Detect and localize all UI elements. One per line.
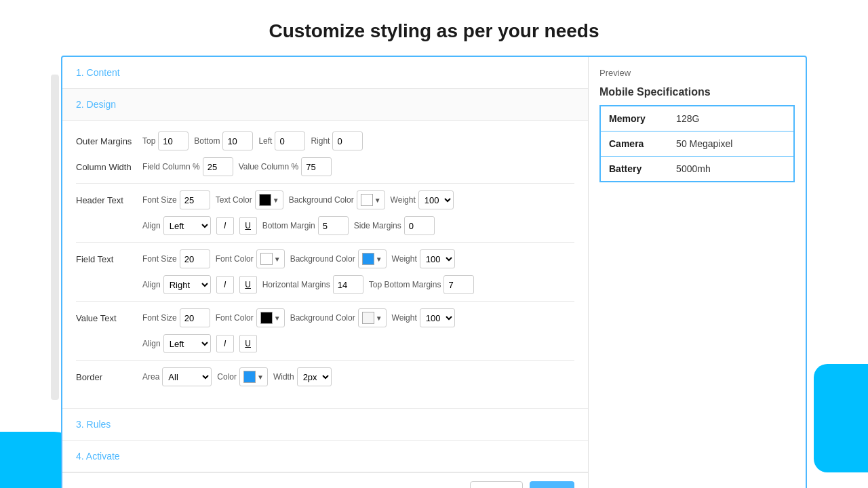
page-title: Customize styling as per your needs <box>0 0 868 56</box>
header-sidemargins-input[interactable] <box>404 216 435 235</box>
field-italic-btn[interactable]: I <box>216 276 234 293</box>
value-text-label: Value Text <box>76 313 137 323</box>
field-hmargins-group: Horizontal Margins <box>262 275 363 294</box>
header-bgcolor-btn[interactable]: ▼ <box>357 190 385 209</box>
field-hmargins-input[interactable] <box>333 275 363 294</box>
tab-content[interactable]: 1. Content <box>62 57 588 89</box>
value-col-input[interactable] <box>301 157 332 176</box>
activate-link[interactable]: 4. Activate <box>76 451 120 462</box>
value-fontcolor-btn[interactable]: ▼ <box>256 308 285 327</box>
field-underline-btn[interactable]: U <box>239 276 257 293</box>
header-bottommargin-input[interactable] <box>318 216 349 235</box>
top-label: Top <box>142 136 155 146</box>
header-bgcolor-arrow: ▼ <box>374 197 381 204</box>
header-fontsize-input[interactable] <box>180 190 210 209</box>
border-area-group: Area AllHeaderFieldValue <box>142 367 212 386</box>
value-bgcolor-swatch <box>362 312 374 324</box>
value-weight-label: Weight <box>392 313 417 323</box>
value-fontcolor-group: Font Color ▼ <box>216 308 285 327</box>
top-group: Top <box>142 131 189 150</box>
column-width-row: Column Width Field Column % Value Column… <box>76 157 574 176</box>
right-label: Right <box>311 136 330 146</box>
header-align-select[interactable]: LeftRightCenter <box>163 216 211 235</box>
header-text-row2: Align LeftRightCenter I U Bottom Margin … <box>76 216 574 235</box>
save-button[interactable]: Save <box>530 481 574 488</box>
header-textcolor-group: Text Color ▼ <box>216 190 283 209</box>
left-label: Left <box>258 136 272 146</box>
main-container: 1. Content 2. Design Outer Margins Top B… <box>61 56 807 488</box>
value-bgcolor-arrow: ▼ <box>376 314 382 322</box>
field-fontcolor-btn[interactable]: ▼ <box>256 249 285 268</box>
header-text-label: Header Text <box>76 195 137 205</box>
preview-title: Mobile Specifications <box>599 86 795 98</box>
value-fontsize-group: Font Size <box>142 308 210 327</box>
field-text-row1: Field Text Font Size Font Color ▼ Backgr… <box>76 249 574 268</box>
tab-rules[interactable]: 3. Rules <box>62 409 588 441</box>
right-input[interactable] <box>332 131 363 150</box>
design-section: Outer Margins Top Bottom Left Right <box>62 121 588 408</box>
header-bgcolor-swatch <box>361 194 373 206</box>
field-col-group: Field Column % <box>142 157 233 176</box>
tab-design[interactable]: 2. Design <box>62 89 588 121</box>
value-col-group: Value Column % <box>239 157 332 176</box>
right-panel: Preview Mobile Specifications Memory 128… <box>589 57 806 488</box>
design-link[interactable]: 2. Design <box>76 99 116 110</box>
field-cell: Memory <box>600 106 668 131</box>
value-bgcolor-group: Background Color ▼ <box>290 308 387 327</box>
header-italic-btn[interactable]: I <box>216 217 234 235</box>
preview-table: Memory 128G Camera 50 Megapixel Battery … <box>599 105 795 182</box>
bottom-label: Bottom <box>194 136 220 146</box>
bottom-group: Bottom <box>194 131 253 150</box>
border-label: Border <box>76 372 137 382</box>
header-textcolor-arrow: ▼ <box>273 197 279 204</box>
field-weight-label: Weight <box>392 254 417 264</box>
cancel-button[interactable]: Cancel <box>470 481 523 488</box>
value-underline-btn[interactable]: U <box>239 335 257 352</box>
field-bgcolor-arrow: ▼ <box>376 256 382 263</box>
value-fontcolor-swatch <box>260 312 273 324</box>
field-fontsize-input[interactable] <box>180 249 210 268</box>
value-text-row2: Align LeftRightCenter I U <box>76 334 574 353</box>
value-weight-group: Weight 100200300400 <box>392 308 455 327</box>
header-align-label: Align <box>142 221 161 230</box>
field-tbmargins-label: Top Bottom Margins <box>369 280 441 289</box>
header-textcolor-swatch <box>259 194 271 206</box>
field-tbmargins-group: Top Bottom Margins <box>369 275 475 294</box>
content-link[interactable]: 1. Content <box>76 67 120 78</box>
deco-left-bar <box>51 75 59 400</box>
value-fontcolor-label: Font Color <box>216 313 254 323</box>
value-fontsize-input[interactable] <box>180 308 210 327</box>
value-weight-select[interactable]: 100200300400 <box>420 308 455 327</box>
field-tbmargins-input[interactable] <box>443 275 474 294</box>
border-width-group: Width 1px2px3px4px <box>273 367 332 386</box>
table-row: Memory 128G <box>600 106 794 131</box>
value-italic-btn[interactable]: I <box>216 335 234 352</box>
field-bgcolor-btn[interactable]: ▼ <box>358 249 387 268</box>
header-textcolor-btn[interactable]: ▼ <box>255 190 283 209</box>
rules-link[interactable]: 3. Rules <box>76 419 111 430</box>
field-fontcolor-swatch <box>260 253 273 265</box>
top-input[interactable] <box>158 131 189 150</box>
value-align-select[interactable]: LeftRightCenter <box>163 334 211 353</box>
border-color-group: Color ▼ <box>217 367 268 386</box>
field-align-group: Align LeftRightCenter <box>142 275 211 294</box>
border-area-select[interactable]: AllHeaderFieldValue <box>162 367 212 386</box>
value-text-row1: Value Text Font Size Font Color ▼ Backgr… <box>76 308 574 327</box>
border-width-select[interactable]: 1px2px3px4px <box>297 367 332 386</box>
header-weight-select[interactable]: 100200300400 <box>418 190 454 209</box>
field-weight-select[interactable]: 100200300400 <box>420 249 455 268</box>
bottom-input[interactable] <box>222 131 253 150</box>
outer-margins-label: Outer Margins <box>76 136 137 146</box>
field-col-input[interactable] <box>203 157 233 176</box>
left-input[interactable] <box>275 131 305 150</box>
left-panel: 1. Content 2. Design Outer Margins Top B… <box>62 57 589 488</box>
field-align-select[interactable]: LeftRightCenter <box>163 275 211 294</box>
value-col-label: Value Column % <box>239 162 299 171</box>
border-width-label: Width <box>273 372 294 382</box>
header-underline-btn[interactable]: U <box>239 217 257 235</box>
outer-margins-row: Outer Margins Top Bottom Left Right <box>76 131 574 150</box>
value-bgcolor-btn[interactable]: ▼ <box>358 308 387 327</box>
header-align-group: Align LeftRightCenter <box>142 216 211 235</box>
border-color-btn[interactable]: ▼ <box>239 367 268 386</box>
tab-activate[interactable]: 4. Activate <box>62 441 588 472</box>
